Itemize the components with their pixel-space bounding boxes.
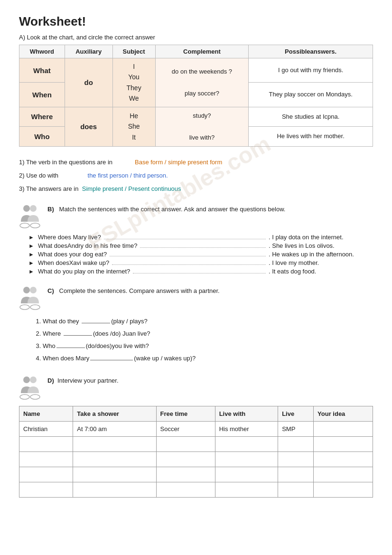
- cell-livewith: [215, 467, 278, 482]
- match-line: [110, 256, 266, 256]
- cell-name: [19, 482, 73, 497]
- note-1-prefix: 1) The verb in the questions are in: [19, 159, 133, 166]
- notes-section: 1) The verb in the questions are in Base…: [19, 156, 373, 195]
- svg-point-9: [30, 376, 37, 383]
- svg-point-4: [23, 287, 30, 293]
- table-row: [19, 467, 373, 482]
- cell-shower: At 7:00 am: [73, 421, 156, 436]
- section-c-header: C) Complete the sentences. Compare answe…: [19, 285, 373, 311]
- section-b-list: ► Where does Mary live? . I play dota on…: [19, 234, 373, 275]
- answer-text: . It eats dog food.: [269, 268, 373, 275]
- table-row: Christian At 7:00 am Soccer His mother S…: [19, 421, 373, 436]
- cell-whword-2: When: [19, 83, 65, 107]
- cell-name: Christian: [19, 421, 73, 436]
- col-livewith: Live with: [215, 406, 278, 421]
- match-line: [133, 273, 266, 273]
- cell-livewith: [215, 436, 278, 452]
- note-2: 2) Use do with the first person / third …: [19, 169, 373, 182]
- complete-sentence-1: What do they (play / plays?: [43, 318, 148, 325]
- note-3: 3) The answers are in Simple present / P…: [19, 183, 373, 195]
- cell-freetime: [156, 467, 215, 482]
- list-item: ► What does your dog eat? . He wakes up …: [28, 251, 373, 258]
- cell-name: [19, 452, 73, 467]
- section-d-label: D): [47, 377, 54, 384]
- arrow-icon: ►: [28, 234, 34, 241]
- answer-text: . She lives in Los olivos.: [269, 242, 373, 249]
- section-c: C) Complete the sentences. Compare answe…: [19, 285, 373, 365]
- list-item: What do they (play / plays?: [43, 315, 373, 328]
- section-d-header: D) Interview your partner.: [19, 375, 373, 401]
- col-header-auxiliary: Auxiliary: [65, 45, 112, 58]
- cell-complement-1: do on the weekends ?play soccer?: [155, 58, 249, 107]
- cell-livewith: His mother: [215, 421, 278, 436]
- list-item: Who(do/does)you live with?: [43, 340, 373, 352]
- page-title: Worksheet!: [19, 14, 373, 29]
- list-item: ► Where does Mary live? . I play dota on…: [28, 234, 373, 241]
- cell-live: [278, 482, 314, 497]
- note-1-highlight: Base form / simple present form: [135, 159, 222, 166]
- cell-whword-1: What: [19, 58, 65, 83]
- answer-text: . He wakes up in the afternoon.: [269, 251, 373, 258]
- people-icon-d: [19, 375, 43, 401]
- list-item: ► What doesAndry do in his free time? . …: [28, 242, 373, 249]
- blank[interactable]: [56, 348, 85, 348]
- question-text: What does your dog eat?: [38, 251, 107, 258]
- col-freetime: Free time: [156, 406, 215, 421]
- note-2-highlight: the first person / third person.: [88, 172, 168, 179]
- section-b-title: B) Match the sentences with the correct …: [47, 204, 286, 213]
- col-header-complement: Complement: [155, 45, 249, 58]
- section-d-title: D) Interview your partner.: [47, 375, 119, 384]
- table-row: [19, 452, 373, 467]
- cell-livewith: [215, 452, 278, 467]
- note-3-highlight: Simple present / Present continuous: [82, 185, 181, 192]
- col-header-whword: Whword: [19, 45, 65, 58]
- complete-sentence-3: Who(do/does)you live with?: [43, 342, 149, 349]
- svg-point-7: [30, 305, 40, 310]
- question-text: Where does Mary live?: [38, 234, 101, 241]
- cell-livewith: [215, 482, 278, 497]
- cell-freetime: [156, 436, 215, 452]
- section-c-title: C) Complete the sentences. Compare answe…: [47, 285, 220, 294]
- grammar-table: Whword Auxiliary Subject Complement Poss…: [19, 45, 373, 147]
- question-text: What do you play on the internet?: [38, 268, 130, 275]
- table-row: Where does He She It study?live with? Sh…: [19, 107, 373, 127]
- interview-table: Name Take a shower Free time Live with L…: [19, 406, 373, 498]
- cell-shower: [73, 452, 156, 467]
- people-icon-b: [19, 204, 43, 230]
- arrow-icon: ►: [28, 243, 34, 249]
- list-item: When does Mary(wake up / wakes up)?: [43, 352, 373, 365]
- blank[interactable]: [82, 323, 110, 323]
- cell-youridea: [314, 436, 373, 452]
- cell-whword-4: Who: [19, 127, 65, 147]
- blank[interactable]: [90, 360, 133, 360]
- cell-shower: [73, 482, 156, 497]
- question-text: What doesAndry do in his free time?: [38, 242, 138, 249]
- cell-shower: [73, 467, 156, 482]
- section-a-instruction: A) Look at the chart, and circle the cor…: [19, 34, 373, 41]
- arrow-icon: ►: [28, 251, 34, 258]
- cell-freetime: Soccer: [156, 421, 215, 436]
- svg-point-8: [23, 376, 30, 383]
- cell-live: [278, 467, 314, 482]
- match-line: [112, 264, 266, 265]
- table-header-row: Name Take a shower Free time Live with L…: [19, 406, 373, 421]
- cell-name: [19, 467, 73, 482]
- col-header-possible: Possibleanswers.: [249, 45, 373, 58]
- section-b-header: B) Match the sentences with the correct …: [19, 204, 373, 230]
- complete-sentence-4: When does Mary(wake up / wakes up)?: [43, 355, 196, 362]
- answer-text: . I love my mother.: [269, 259, 373, 266]
- section-c-label: C): [47, 287, 54, 294]
- cell-possible-1a: I go out with my friends.: [249, 58, 373, 83]
- section-b: B) Match the sentences with the correct …: [19, 204, 373, 275]
- cell-youridea: [314, 452, 373, 467]
- cell-subject-2: He She It: [112, 107, 155, 146]
- table-row: [19, 436, 373, 452]
- col-live: Live: [278, 406, 314, 421]
- match-line: [140, 247, 266, 248]
- list-item: ► When doesXavi wake up? . I love my mot…: [28, 259, 373, 266]
- section-d: D) Interview your partner. Name Take a s…: [19, 375, 373, 498]
- note-3-prefix: 3) The answers are in: [19, 185, 80, 192]
- cell-whword-3: Where: [19, 107, 65, 127]
- table-row: [19, 482, 373, 497]
- blank[interactable]: [64, 335, 92, 336]
